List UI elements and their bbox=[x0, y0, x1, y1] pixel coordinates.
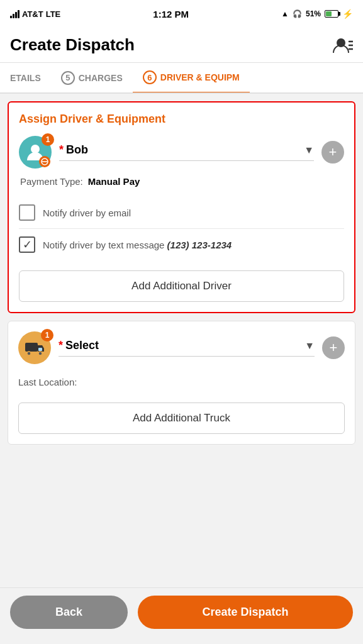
svg-point-8 bbox=[27, 352, 31, 355]
driver-name-text: Bob bbox=[66, 143, 88, 157]
svg-point-4 bbox=[31, 145, 40, 153]
last-location-label: Last Location: bbox=[18, 377, 77, 387]
add-additional-truck-button[interactable]: Add Additional Truck bbox=[18, 402, 345, 434]
driver-row: 1 * Bob ▼ + bbox=[19, 136, 344, 169]
tab-charges[interactable]: 5 CHARGES bbox=[51, 64, 133, 92]
signal-icon bbox=[10, 10, 20, 18]
add-truck-plus-button[interactable]: + bbox=[322, 336, 345, 359]
page-title: Create Dispatch bbox=[10, 35, 135, 55]
truck-select[interactable]: * Select ▼ bbox=[59, 339, 315, 357]
assign-section-title: Assign Driver & Equipment bbox=[19, 113, 344, 126]
battery-icon bbox=[325, 10, 338, 18]
header: Create Dispatch bbox=[0, 28, 363, 63]
truck-dropdown-arrow: ▼ bbox=[304, 340, 315, 352]
headphone-icon: 🎧 bbox=[293, 9, 302, 18]
driver-name-display: * Bob bbox=[59, 143, 88, 157]
payment-label: Payment Type: bbox=[20, 176, 83, 187]
location-icon: ▲ bbox=[281, 9, 289, 18]
status-bar: AT&T LTE 1:12 PM ▲ 🎧 51% ⚡ bbox=[0, 0, 363, 28]
network-label: LTE bbox=[46, 9, 61, 19]
driver-badge: 6 bbox=[143, 70, 157, 84]
create-dispatch-button[interactable]: Create Dispatch bbox=[138, 596, 353, 629]
notify-email-checkbox[interactable] bbox=[19, 204, 35, 221]
driver-avatar-container: 1 bbox=[19, 136, 52, 169]
status-left: AT&T LTE bbox=[10, 9, 60, 19]
notify-email-label: Notify driver by email bbox=[43, 208, 131, 218]
svg-point-9 bbox=[38, 352, 42, 355]
notify-text-checkbox[interactable]: ✓ bbox=[19, 236, 35, 253]
status-right: ▲ 🎧 51% ⚡ bbox=[281, 9, 353, 19]
svg-rect-10 bbox=[38, 348, 42, 351]
notify-text-row: ✓ Notify driver by text message (123) 12… bbox=[19, 229, 344, 260]
payment-value: Manual Pay bbox=[88, 176, 140, 187]
truck-row: 1 * Select ▼ + bbox=[18, 331, 345, 364]
driver-select[interactable]: * Bob ▼ bbox=[59, 143, 314, 161]
tab-details[interactable]: ETAILS bbox=[0, 65, 51, 91]
notify-text-label: Notify driver by text message (123) 123-… bbox=[43, 240, 232, 250]
tab-charges-label: CHARGES bbox=[79, 73, 123, 83]
truck-avatar-container: 1 bbox=[18, 331, 51, 364]
required-star: * bbox=[59, 143, 64, 157]
tab-driver[interactable]: 6 DRIVER & EQUIPM bbox=[133, 63, 250, 94]
back-button[interactable]: Back bbox=[10, 596, 128, 629]
checkmark-icon: ✓ bbox=[23, 238, 32, 252]
tab-driver-label: DRIVER & EQUIPM bbox=[160, 72, 240, 82]
notify-email-row: Notify driver by email bbox=[19, 197, 344, 229]
assign-driver-card: Assign Driver & Equipment bbox=[8, 101, 355, 313]
driver-badge-count: 1 bbox=[42, 133, 54, 146]
payment-type-row: Payment Type: Manual Pay bbox=[19, 176, 344, 187]
profile-menu-button[interactable] bbox=[333, 36, 353, 54]
last-location-row: Last Location: bbox=[18, 372, 345, 392]
no-entry-icon bbox=[39, 156, 50, 167]
truck-required-star: * bbox=[59, 339, 63, 352]
charging-icon: ⚡ bbox=[342, 9, 353, 19]
tab-details-label: ETAILS bbox=[10, 73, 41, 83]
svg-rect-7 bbox=[25, 343, 38, 352]
carrier-label: AT&T bbox=[22, 9, 43, 19]
bottom-bar: Back Create Dispatch bbox=[0, 587, 363, 644]
driver-dropdown-arrow: ▼ bbox=[304, 145, 314, 156]
truck-select-label: Select bbox=[65, 339, 99, 352]
main-content: Assign Driver & Equipment bbox=[0, 94, 363, 508]
truck-badge-count: 1 bbox=[41, 329, 53, 341]
add-driver-plus-button[interactable]: + bbox=[321, 141, 344, 164]
add-additional-driver-button[interactable]: Add Additional Driver bbox=[19, 270, 344, 302]
truck-select-display: * Select bbox=[59, 339, 99, 352]
charges-badge: 5 bbox=[61, 71, 75, 85]
tab-bar: ETAILS 5 CHARGES 6 DRIVER & EQUIPM bbox=[0, 63, 363, 94]
status-time: 1:12 PM bbox=[153, 9, 189, 19]
battery-label: 51% bbox=[306, 9, 321, 18]
truck-card: 1 * Select ▼ + Last Location: Add Additi… bbox=[8, 321, 355, 445]
